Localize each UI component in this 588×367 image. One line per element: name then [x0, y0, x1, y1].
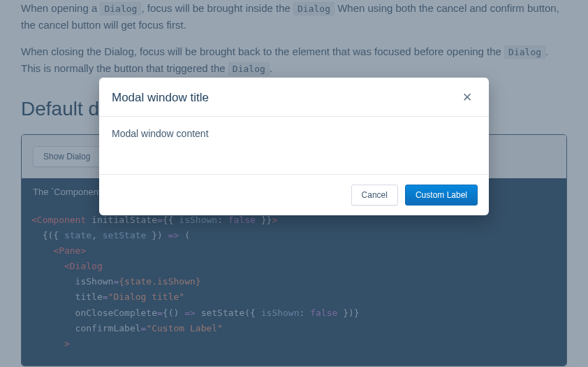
modal-header: Modal window title ✕ [99, 78, 489, 117]
modal-footer: Cancel Custom Label [99, 174, 489, 215]
modal-body: Modal window content [99, 117, 489, 174]
close-icon[interactable]: ✕ [458, 89, 476, 106]
modal-dialog: Modal window title ✕ Modal window conten… [99, 78, 489, 215]
modal-title: Modal window title [112, 91, 209, 105]
confirm-button[interactable]: Custom Label [405, 185, 478, 206]
cancel-button[interactable]: Cancel [351, 185, 398, 206]
